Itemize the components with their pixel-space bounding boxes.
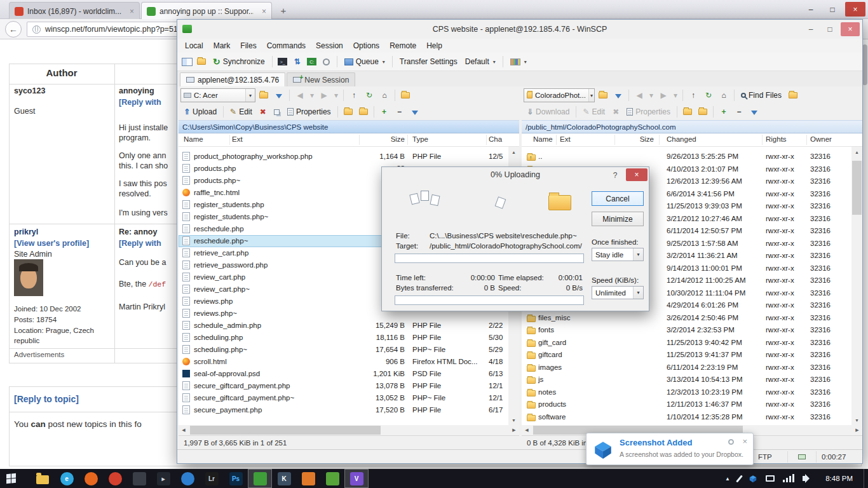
selection-filter-icon[interactable] (408, 105, 422, 119)
images[interactable]: images 6/11/2014 2:23:19 PM rwxr-xr-x 32… (522, 362, 851, 374)
download-button[interactable]: ⇓Download (524, 105, 573, 119)
column-header-name[interactable]: Name (184, 135, 203, 143)
browser-maximize-button[interactable]: □ (822, 2, 843, 17)
software[interactable]: software 1/10/2014 12:35:28 PM rwxr-xr-x… (522, 411, 851, 424)
remote-vertical-scrollbar[interactable]: ▲ ▼ (851, 147, 862, 425)
secure_giftcard_payment.php[interactable]: secure_giftcard_payment.php 13,078 B PHP… (179, 380, 508, 392)
column-separator[interactable] (806, 135, 807, 145)
products[interactable]: products 12/11/2013 1:46:37 PM rwxr-xr-x… (522, 398, 851, 411)
remote-path-bar[interactable]: /public_html/ColoradoPhotographySchool.c… (522, 120, 862, 133)
notes[interactable]: notes 12/3/2013 10:23:19 PM rwxr-xr-x 32… (522, 386, 851, 399)
filter-icon[interactable] (272, 88, 286, 102)
queue-button[interactable]: Queue▾ (341, 55, 388, 69)
back-icon[interactable]: ◀ (632, 88, 646, 102)
duplicate-button[interactable] (271, 105, 283, 119)
properties-button[interactable]: Properties (623, 105, 674, 119)
transfer-settings-dropdown[interactable]: Transfer SettingsDefault▾ (397, 55, 499, 69)
new-file-icon[interactable] (356, 105, 370, 119)
start-button[interactable] (6, 473, 22, 485)
browser-tab-inbox[interactable]: Inbox (16,897) - worldclim... × (9, 2, 140, 20)
back-button[interactable]: ← (5, 21, 22, 37)
scroll-down-arrow[interactable]: ▼ (508, 415, 519, 425)
lightroom-icon[interactable]: Lr (200, 469, 224, 488)
show-desktop-button[interactable] (864, 469, 868, 488)
remote-directory-selector[interactable]: ColoradoPhot...▾ (524, 88, 595, 102)
menu-item[interactable]: Help (421, 41, 447, 50)
purple-app-icon[interactable]: V (344, 469, 369, 488)
new-tab-button[interactable]: + (276, 4, 291, 17)
gift_card[interactable]: gift_card 11/25/2013 9:40:42 PM rwxr-xr-… (522, 337, 851, 349)
upload-button[interactable]: ⇑Upload (180, 105, 220, 119)
column-header-owner[interactable]: Owner (810, 135, 832, 143)
menu-item[interactable]: Local (180, 41, 208, 50)
new-folder-icon[interactable] (341, 105, 355, 119)
photoshop-icon[interactable]: Ps (224, 469, 248, 488)
reply-with-quote-link[interactable]: [Reply with (119, 98, 161, 107)
winscp-maximize-button[interactable]: □ (820, 22, 839, 36)
network-icon[interactable] (783, 475, 794, 482)
column-separator[interactable] (659, 135, 660, 145)
dropdown-caret-icon[interactable]: ▾ (633, 287, 643, 299)
product_photography_workshop.php[interactable]: product_photography_workshop.php 1,164 B… (179, 151, 508, 163)
browser-tab-forum[interactable]: annoying pop up :: Suppor... × (141, 2, 272, 20)
scheduling.php~[interactable]: scheduling.php~ 17,654 B PHP~ File 5/29 (179, 344, 508, 356)
bookmarks-icon[interactable] (596, 88, 610, 102)
schedule_admin.php[interactable]: schedule_admin.php 15,249 B PHP File 2/2… (179, 320, 508, 332)
dialog-close-button[interactable]: × (626, 168, 648, 181)
blue-app-icon[interactable] (175, 469, 200, 488)
menu-item[interactable]: Options (348, 41, 384, 50)
post-subject[interactable]: Re: annoy (119, 227, 157, 236)
tab-close-icon[interactable]: × (130, 7, 134, 16)
secure_giftcard_payment.php~[interactable]: secure_giftcard_payment.php~ 13,052 B PH… (179, 392, 508, 404)
column-separator[interactable] (556, 135, 557, 145)
new-folder-icon[interactable] (681, 105, 695, 119)
refresh-icon[interactable]: ↻ (702, 88, 715, 102)
transfer-icon[interactable]: ⇅ (291, 55, 304, 68)
edit-button[interactable]: ✎Edit (580, 105, 608, 119)
local-horizontal-scrollbar[interactable]: ◀ ▶ (179, 425, 519, 435)
dropdown-caret-icon[interactable]: ▾ (588, 89, 594, 102)
scroll.html[interactable]: scroll.html 906 B Firefox HTML Doc... 4/… (179, 356, 508, 368)
panel-layout-icon[interactable] (180, 55, 193, 68)
back-history-caret[interactable]: ▾ (308, 88, 316, 102)
scheduling.php[interactable]: scheduling.php 18,116 B PHP File 5/30 (179, 332, 508, 344)
home-directory-icon[interactable]: ⌂ (717, 88, 731, 102)
media-app-icon[interactable]: ▸ (151, 469, 175, 488)
scroll-right-arrow[interactable]: ▶ (852, 425, 862, 435)
forward-icon[interactable]: ▶ (317, 88, 331, 102)
file-explorer-icon[interactable] (31, 469, 55, 488)
scroll-right-arrow[interactable]: ▶ (509, 425, 519, 435)
cancel-button[interactable]: Cancel (592, 191, 644, 206)
reply-with-quote-link[interactable]: [Reply with (119, 239, 161, 248)
k-app-icon[interactable]: K (272, 469, 296, 488)
green-app-icon[interactable] (320, 469, 344, 488)
dropdown-caret-icon[interactable]: ▾ (245, 89, 255, 102)
parent-directory-icon[interactable]: ↑ (347, 88, 361, 102)
filter-icon[interactable] (611, 88, 625, 102)
display-tray-icon[interactable] (766, 475, 775, 482)
fonts[interactable]: fonts 3/2/2014 2:32:53 PM rwxr-xr-x 3231… (522, 324, 851, 337)
new-session-tab[interactable]: New Session (287, 72, 355, 86)
column-header-size[interactable]: Size (362, 135, 405, 143)
speed-limit-select[interactable]: Unlimited▾ (592, 286, 644, 299)
open-directory-icon[interactable] (398, 88, 412, 102)
column-separator[interactable] (407, 135, 408, 145)
column-header-size[interactable]: Size (617, 135, 654, 143)
notification-close-icon[interactable]: × (742, 437, 747, 446)
column-header-type[interactable]: Type (412, 135, 428, 143)
menu-item[interactable]: Session (311, 41, 348, 50)
scroll-up-arrow[interactable]: ▲ (508, 147, 519, 157)
tab-close-icon[interactable]: × (262, 7, 266, 16)
menu-item[interactable]: Remote (384, 41, 421, 50)
orange-app-icon[interactable] (296, 469, 320, 488)
..[interactable]: .. 9/26/2013 5:25:25 PM rwxr-xr-x 32316 (522, 151, 851, 163)
post-author[interactable]: prikryl (14, 227, 38, 236)
winscp-minimize-button[interactable]: – (801, 22, 820, 36)
column-separator[interactable] (614, 135, 615, 145)
winscp-title-bar[interactable]: CPS website - applenet@192.185.4.76 - Wi… (177, 20, 862, 39)
scrollbar-thumb[interactable] (190, 426, 381, 435)
minimize-button[interactable]: Minimize (592, 212, 644, 226)
back-icon[interactable]: ◀ (293, 88, 307, 102)
menu-item[interactable]: Files (235, 41, 261, 50)
select-remove-icon[interactable]: − (393, 105, 407, 119)
